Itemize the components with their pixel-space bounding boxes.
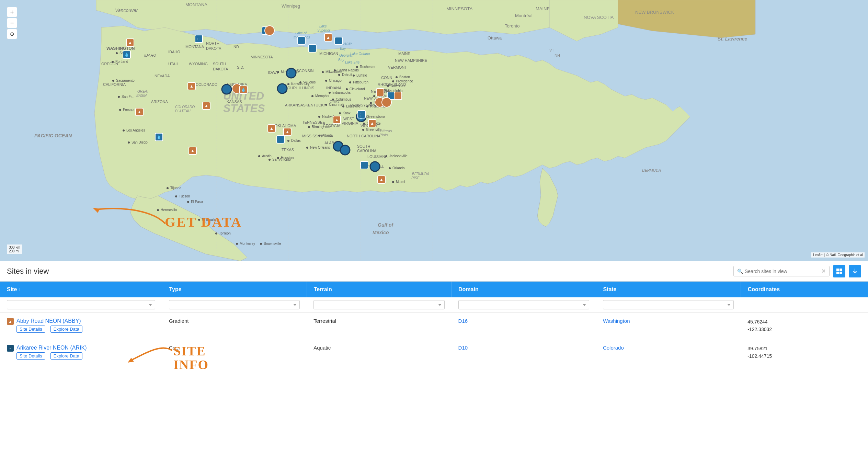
locate-button[interactable]: ⊙ [7,29,17,39]
lat-2: 39.75821 [747,345,861,352]
svg-point-236 [382,98,391,107]
search-input[interactable] [745,269,821,274]
svg-text:TENNESSEE: TENNESSEE [302,120,325,124]
svg-text:STATES: STATES [223,102,265,114]
svg-text:Lake: Lake [319,24,327,28]
type-filter[interactable] [169,300,300,309]
col-header-state[interactable]: State [596,282,741,297]
domain-cell-2: D10 [452,339,596,366]
svg-text:WEST: WEST [343,117,354,121]
svg-text:NH: NH [555,53,560,57]
svg-text:Sacramento: Sacramento [116,79,135,82]
svg-text:San Diego: San Diego [132,140,148,144]
svg-rect-237 [394,92,402,100]
svg-point-109 [308,126,310,128]
svg-text:PLATEAU: PLATEAU [175,109,191,113]
map-attribution: Leaflet | © Natl. Geographic et al [811,252,865,258]
lon-1: -122.33032 [747,326,861,333]
explore-data-link-2[interactable]: Explore Data [50,352,82,360]
col-header-type[interactable]: Type [162,282,307,297]
svg-text:New Orleans: New Orleans [310,146,330,149]
svg-text:Buffalo: Buffalo [356,73,367,77]
col-header-terrain[interactable]: Terrain [307,282,451,297]
svg-text:Louisville: Louisville [346,104,361,108]
svg-text:MONTANA: MONTANA [185,2,207,7]
svg-text:MAINE: MAINE [536,6,550,11]
svg-text:SOUTH: SOUTH [357,144,370,148]
svg-text:Bay: Bay [338,58,344,62]
state-filter[interactable] [603,300,734,309]
svg-text:DAKOTA: DAKOTA [206,46,221,50]
svg-text:Dallas: Dallas [291,139,301,143]
svg-text:ILLINOIS: ILLINOIS [299,86,314,90]
svg-text:WASHINGTON: WASHINGTON [106,46,135,51]
svg-text:Columbus: Columbus [336,98,351,101]
filter-row [0,297,868,312]
svg-text:ARKANSAS: ARKANSAS [285,103,306,107]
terrain-filter[interactable] [313,300,444,309]
site-name-link-1[interactable]: Abby Road NEON (ABBY) [16,318,82,324]
svg-rect-246 [298,37,305,44]
svg-text:BERMUDA: BERMUDA [642,168,661,172]
svg-text:NEVADA: NEVADA [155,74,170,78]
col-header-domain[interactable]: Domain [452,282,596,297]
table-row: ~ Arikaree River NEON (ARIK) Site Detail… [0,339,868,366]
svg-text:MAINE: MAINE [398,52,410,56]
svg-point-75 [112,61,114,63]
svg-point-105 [325,104,327,106]
svg-point-137 [370,102,372,104]
svg-text:NEW BRUNSWICK: NEW BRUNSWICK [635,10,674,15]
svg-text:PACIFIC OCEAN: PACIFIC OCEAN [34,133,72,138]
download-button[interactable] [849,265,861,277]
site-name-link-2[interactable]: Arikaree River NEON (ARIK) [16,345,87,351]
svg-point-240 [370,162,380,171]
svg-text:NEW HAMPSHIRE: NEW HAMPSHIRE [395,58,427,62]
svg-text:Knox: Knox [343,111,351,115]
svg-text:Winnipeg: Winnipeg [282,3,300,9]
explore-data-link-1[interactable]: Explore Data [50,326,82,333]
svg-point-145 [392,80,394,82]
col-header-coordinates[interactable]: Coordinates [741,282,868,297]
grid-view-button[interactable] [833,265,845,277]
search-box[interactable]: 🔍 ✕ [733,266,830,276]
svg-point-101 [332,99,334,101]
svg-text:IDAHO: IDAHO [168,50,180,54]
svg-point-127 [353,75,355,77]
domain-filter[interactable] [458,300,589,309]
svg-point-175 [260,243,262,245]
svg-text:COLORADO: COLORADO [175,105,195,109]
svg-rect-257 [836,272,839,274]
svg-point-159 [338,74,340,76]
header-actions: 🔍 ✕ [733,265,861,277]
grid-icon [836,268,842,274]
clear-search-button[interactable]: ✕ [821,268,826,274]
map-container[interactable]: PACIFIC OCEAN Gulf of St. Lawrence BERMU… [0,0,868,261]
svg-text:Plain: Plain [379,133,388,137]
svg-point-119 [269,159,271,161]
zoom-out-button[interactable]: − [7,18,17,28]
svg-point-77 [112,80,114,82]
state-link-2[interactable]: Colorado [603,345,624,351]
state-cell-1: Washington [596,312,741,339]
svg-text:Montréal: Montréal [515,13,533,18]
svg-text:SOUTH: SOUTH [213,62,226,66]
svg-text:COLORADO: COLORADO [196,82,217,87]
svg-rect-234 [376,89,384,96]
svg-text:▲: ▲ [137,110,141,114]
site-details-link-1[interactable]: Site Details [16,326,45,333]
svg-text:BASIN: BASIN [136,94,147,98]
site-filter[interactable] [7,300,155,309]
zoom-in-button[interactable]: + [7,7,17,17]
domain-link-1[interactable]: D16 [458,318,468,324]
terrain-cell-2: Aquatic [307,339,451,366]
domain-cell-1: D16 [452,312,596,339]
svg-text:KENTUCKY: KENTUCKY [306,103,327,107]
domain-link-2[interactable]: D10 [458,345,468,351]
terrain-cell-1: Terrestrial [307,312,451,339]
svg-text:Lake Ontario: Lake Ontario [350,52,370,56]
col-header-site[interactable]: Site ↑ [0,282,162,297]
svg-point-161 [362,129,364,131]
svg-point-129 [356,66,358,68]
site-details-link-2[interactable]: Site Details [16,352,45,360]
state-link-1[interactable]: Washington [603,318,630,324]
